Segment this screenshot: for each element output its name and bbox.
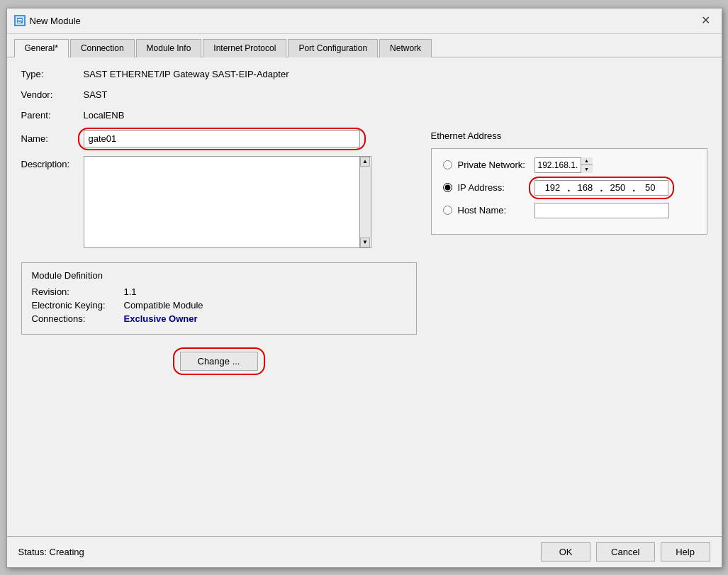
window-title: New Module [30, 16, 81, 26]
ip-address-label: IP Address: [458, 182, 529, 193]
svg-rect-2 [18, 21, 22, 21]
ip-octet-3[interactable] [604, 182, 631, 193]
name-row: Name: [21, 130, 417, 147]
ip-address-radio[interactable] [443, 183, 452, 192]
type-row: Type: SAST ETHERNET/IP Gateway SAST-EIP-… [21, 69, 707, 79]
ethernet-address-box: Private Network: ▲ ▼ IP Address: [431, 148, 707, 235]
type-label: Type: [21, 69, 78, 79]
status-text: Status: Creating [18, 547, 84, 557]
ip-octet-1[interactable] [539, 182, 566, 193]
vendor-value: SAST [84, 89, 108, 100]
change-button[interactable]: Change ... [180, 352, 258, 371]
tab-bar: General* Connection Module Info Internet… [7, 34, 722, 57]
ip-address-wrapper: . . . [534, 180, 669, 196]
keying-row: Electronic Keying: Compatible Module [32, 300, 406, 311]
parent-value: LocalENB [84, 110, 125, 121]
private-network-label: Private Network: [458, 160, 529, 170]
hostname-input[interactable] [534, 203, 669, 218]
connections-row: Connections: Exclusive Owner [32, 313, 406, 324]
ethernet-address-title: Ethernet Address [431, 130, 707, 141]
dialog-window: New Module ✕ General* Connection Module … [6, 8, 722, 568]
right-panel: Ethernet Address Private Network: ▲ ▼ [431, 130, 707, 525]
hostname-radio[interactable] [443, 206, 452, 215]
revision-value: 1.1 [124, 286, 137, 297]
vendor-row: Vendor: SAST [21, 89, 707, 100]
name-input-wrapper [84, 130, 360, 147]
svg-rect-3 [18, 22, 21, 23]
ip-dot-3: . [632, 182, 635, 194]
help-button[interactable]: Help [661, 542, 710, 562]
ip-address-row: IP Address: . . . [443, 180, 695, 196]
type-value: SAST ETHERNET/IP Gateway SAST-EIP-Adapte… [84, 69, 289, 79]
description-label: Description: [21, 159, 78, 169]
description-scrollbar[interactable]: ▲ ▼ [360, 156, 371, 248]
private-network-input[interactable] [535, 158, 581, 172]
status-value: Creating [50, 547, 84, 557]
parent-row: Parent: LocalENB [21, 110, 707, 121]
parent-label: Parent: [21, 110, 78, 121]
tab-network[interactable]: Network [379, 39, 432, 57]
close-button[interactable]: ✕ [697, 13, 715, 28]
scroll-up-arrow[interactable]: ▲ [360, 157, 370, 167]
ip-dot-1: . [568, 182, 571, 194]
tab-general[interactable]: General* [14, 39, 69, 57]
spin-down-button[interactable]: ▼ [581, 165, 593, 173]
scroll-track [360, 167, 371, 238]
private-network-radio[interactable] [443, 160, 452, 169]
description-wrapper: ▲ ▼ [84, 156, 371, 248]
vendor-label: Vendor: [21, 89, 78, 100]
name-label: Name: [21, 133, 78, 144]
change-button-inner: Change ... [180, 352, 258, 371]
description-row: Description: ▲ ▼ [21, 156, 417, 248]
scroll-down-arrow[interactable]: ▼ [360, 238, 370, 247]
connections-value: Exclusive Owner [124, 313, 198, 324]
bottom-bar: Status: Creating OK Cancel Help [7, 536, 722, 567]
keying-value: Compatible Module [124, 300, 203, 311]
spinbox-arrows: ▲ ▼ [581, 157, 593, 173]
tab-port-configuration[interactable]: Port Configuration [288, 39, 378, 57]
spin-up-button[interactable]: ▲ [581, 157, 593, 165]
hostname-row: Host Name: [443, 203, 695, 218]
content-area: Type: SAST ETHERNET/IP Gateway SAST-EIP-… [7, 57, 722, 536]
ip-dot-2: . [600, 182, 603, 194]
private-network-row: Private Network: ▲ ▼ [443, 157, 695, 173]
tab-internet-protocol[interactable]: Internet Protocol [203, 39, 286, 57]
name-input[interactable] [84, 130, 360, 147]
tab-connection[interactable]: Connection [70, 39, 135, 57]
module-definition-box: Module Definition Revision: 1.1 Electron… [21, 262, 417, 335]
cancel-button[interactable]: Cancel [596, 542, 654, 562]
status-label: Status: [18, 547, 47, 557]
left-panel: Name: Description: ▲ ▼ [21, 130, 417, 525]
ok-button[interactable]: OK [541, 542, 590, 562]
connections-label: Connections: [32, 313, 124, 324]
title-bar: New Module ✕ [7, 9, 722, 34]
revision-label: Revision: [32, 286, 124, 297]
hostname-label: Host Name: [458, 205, 529, 216]
revision-row: Revision: 1.1 [32, 286, 406, 297]
change-button-wrapper: Change ... [21, 352, 417, 371]
svg-rect-1 [18, 19, 22, 20]
description-textarea[interactable] [84, 156, 360, 248]
ip-fields: . . . [534, 180, 669, 196]
bottom-buttons: OK Cancel Help [541, 542, 710, 562]
private-spinbox: ▲ ▼ [534, 157, 584, 173]
tab-module-info[interactable]: Module Info [136, 39, 202, 57]
ip-octet-4[interactable] [637, 182, 663, 193]
main-area: Name: Description: ▲ ▼ [21, 130, 707, 525]
ip-octet-2[interactable] [571, 182, 598, 193]
module-definition-title: Module Definition [32, 270, 406, 281]
window-icon [14, 15, 26, 26]
keying-label: Electronic Keying: [32, 300, 124, 311]
